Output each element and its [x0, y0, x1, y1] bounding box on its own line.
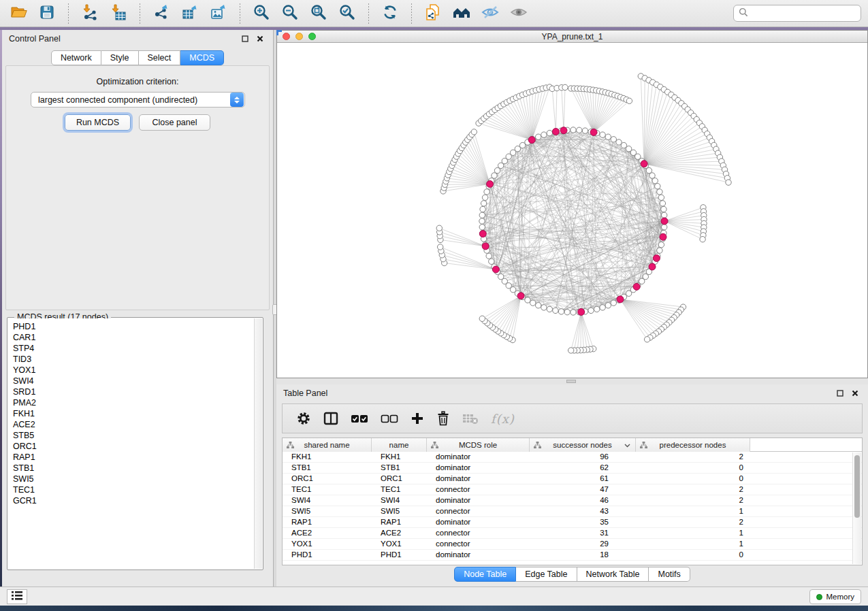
float-panel-icon[interactable]: [239, 33, 251, 44]
table-cell[interactable]: connector: [427, 539, 530, 549]
table-cell[interactable]: SWI5: [372, 506, 427, 516]
table-cell[interactable]: connector: [427, 528, 530, 538]
tab-edge-table[interactable]: Edge Table: [516, 567, 577, 582]
horizontal-splitter[interactable]: [276, 378, 868, 384]
table-row[interactable]: SWI4SWI4dominator462: [283, 495, 862, 506]
column-header-shared-name[interactable]: shared name: [283, 438, 372, 452]
column-header-name[interactable]: name: [372, 438, 427, 452]
search-box[interactable]: [733, 5, 861, 22]
table-cell[interactable]: 2: [636, 517, 750, 527]
table-cell[interactable]: ACE2: [283, 528, 372, 538]
mcds-result-item[interactable]: PMA2: [13, 397, 254, 408]
table-cell[interactable]: SWI5: [283, 506, 372, 516]
table-cell[interactable]: 47: [530, 484, 636, 495]
table-cell[interactable]: YOX1: [283, 539, 372, 549]
task-history-button[interactable]: [7, 589, 27, 604]
table-cell[interactable]: 1: [636, 528, 750, 538]
close-panel-icon[interactable]: [849, 388, 861, 399]
mcds-result-item[interactable]: PHD1: [13, 321, 254, 332]
table-cell[interactable]: TEC1: [283, 484, 372, 495]
create-column-button[interactable]: [411, 408, 424, 429]
tab-mcds[interactable]: MCDS: [180, 50, 224, 65]
memory-button[interactable]: Memory: [809, 589, 861, 604]
export-network-button[interactable]: [150, 3, 173, 24]
table-row[interactable]: PHD1PHD1dominator180: [283, 550, 862, 561]
table-cell[interactable]: SWI4: [372, 495, 427, 506]
table-cell[interactable]: 0: [636, 550, 750, 560]
mcds-result-item[interactable]: SRD1: [13, 386, 254, 397]
run-mcds-button[interactable]: Run MCDS: [65, 114, 131, 131]
table-cell[interactable]: dominator: [427, 495, 530, 506]
table-cell[interactable]: connector: [427, 484, 530, 495]
show-columns-button[interactable]: [323, 408, 338, 429]
scrollbar-thumb[interactable]: [854, 455, 860, 518]
table-cell[interactable]: 61: [530, 474, 636, 484]
table-cell[interactable]: dominator: [427, 452, 530, 462]
table-cell[interactable]: STB1: [283, 463, 372, 473]
table-cell[interactable]: STB1: [372, 463, 427, 473]
tab-style[interactable]: Style: [101, 50, 139, 65]
table-cell[interactable]: RAP1: [372, 517, 427, 527]
mcds-result-item[interactable]: TEC1: [13, 484, 254, 495]
hide-selected-button[interactable]: [479, 3, 502, 24]
table-cell[interactable]: 2: [636, 452, 750, 462]
mcds-result-item[interactable]: SWI4: [13, 376, 254, 386]
tab-network-table[interactable]: Network Table: [577, 567, 649, 582]
zoom-selected-button[interactable]: [336, 3, 359, 24]
float-panel-icon[interactable]: [834, 388, 846, 399]
mcds-result-item[interactable]: TID3: [13, 354, 254, 365]
table-cell[interactable]: 2: [636, 484, 750, 495]
deselect-all-columns-button[interactable]: [381, 408, 398, 429]
mcds-result-item[interactable]: YOX1: [13, 365, 254, 376]
mcds-result-list[interactable]: PHD1CAR1STP4TID3YOX1SWI4SRD1PMA2FKH1ACE2…: [8, 318, 254, 569]
table-cell[interactable]: 2: [636, 495, 750, 506]
tab-node-table[interactable]: Node Table: [454, 567, 516, 582]
criterion-dropdown[interactable]: largest connected component (undirected): [31, 92, 245, 108]
close-panel-icon[interactable]: [254, 33, 266, 44]
export-table-button[interactable]: [178, 3, 202, 24]
table-row[interactable]: TEC1TEC1connector472: [283, 484, 862, 495]
import-network-button[interactable]: [78, 3, 101, 24]
show-all-button[interactable]: [507, 3, 530, 24]
mcds-result-item[interactable]: STB5: [13, 430, 254, 441]
table-cell[interactable]: FKH1: [372, 452, 427, 462]
table-cell[interactable]: 0: [636, 474, 750, 484]
table-row[interactable]: RAP1RAP1dominator352: [283, 517, 862, 528]
select-all-columns-button[interactable]: [351, 408, 368, 429]
mcds-result-item[interactable]: SWI5: [13, 474, 254, 484]
table-cell[interactable]: PHD1: [372, 550, 427, 560]
mcds-result-item[interactable]: FKH1: [13, 408, 254, 419]
table-cell[interactable]: TEC1: [372, 484, 427, 495]
table-cell[interactable]: 96: [530, 452, 636, 462]
mcds-result-item[interactable]: GCR1: [13, 495, 254, 506]
mcds-result-item[interactable]: ACE2: [13, 419, 254, 430]
delete-column-button[interactable]: [436, 408, 450, 429]
table-settings-button[interactable]: [296, 408, 311, 429]
table-cell[interactable]: ACE2: [372, 528, 427, 538]
column-header-successor-nodes[interactable]: successor nodes: [530, 438, 636, 452]
table-cell[interactable]: PHD1: [283, 550, 372, 560]
zoom-in-button[interactable]: [250, 3, 273, 24]
search-input[interactable]: [752, 9, 857, 18]
tab-network[interactable]: Network: [51, 50, 101, 65]
network-titlebar[interactable]: YPA_prune.txt_1: [277, 31, 867, 43]
table-cell[interactable]: ORC1: [283, 474, 372, 484]
mcds-result-item[interactable]: RAP1: [13, 452, 254, 463]
mcds-result-item[interactable]: STB1: [13, 463, 254, 474]
table-row[interactable]: SWI5SWI5connector431: [283, 506, 862, 517]
table-cell[interactable]: FKH1: [283, 452, 372, 462]
table-cell[interactable]: dominator: [427, 517, 530, 527]
table-cell[interactable]: dominator: [427, 463, 530, 473]
table-cell[interactable]: SWI4: [283, 495, 372, 506]
splitter-handle[interactable]: [566, 380, 576, 383]
open-session-button[interactable]: [7, 3, 30, 24]
mcds-result-item[interactable]: ORC1: [13, 441, 254, 452]
table-cell[interactable]: ORC1: [372, 474, 427, 484]
column-header-predecessor-nodes[interactable]: predecessor nodes: [636, 438, 750, 452]
mcds-list-scrollbar[interactable]: [254, 318, 262, 569]
table-cell[interactable]: 46: [530, 495, 636, 506]
table-cell[interactable]: YOX1: [372, 539, 427, 549]
network-canvas[interactable]: [277, 43, 867, 378]
mcds-result-item[interactable]: CAR1: [13, 332, 254, 343]
zoom-out-button[interactable]: [278, 3, 302, 24]
